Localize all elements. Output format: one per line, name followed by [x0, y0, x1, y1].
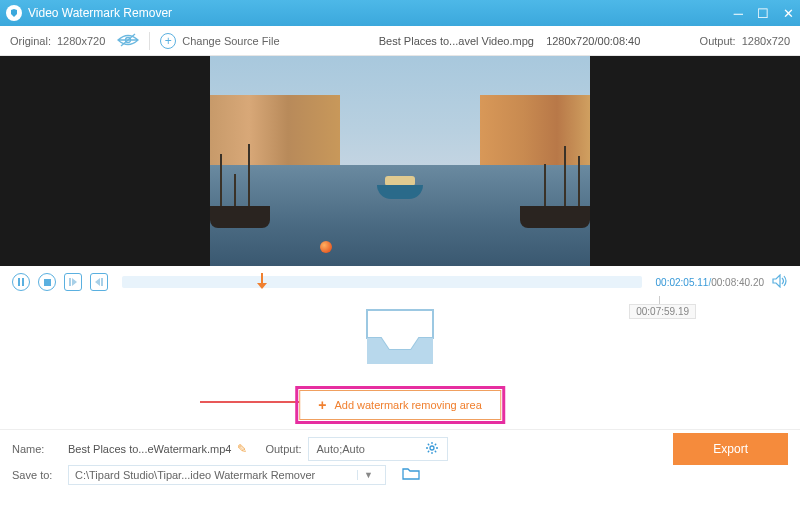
open-folder-icon[interactable]: [402, 467, 420, 483]
time-marker: 00:07:59.19: [629, 304, 696, 319]
minimize-button[interactable]: ─: [734, 6, 743, 21]
saveto-path-input[interactable]: C:\Tipard Studio\Tipar...ideo Watermark …: [68, 465, 386, 485]
output-resolution: Output: 1280x720: [700, 35, 790, 47]
add-watermark-area-button[interactable]: + Add watermark removing area: [299, 390, 501, 420]
chevron-down-icon[interactable]: ▼: [357, 470, 379, 480]
edit-name-icon[interactable]: ✎: [237, 442, 247, 456]
playhead-handle[interactable]: [257, 273, 267, 289]
name-label: Name:: [12, 443, 62, 455]
tray-icon: [361, 308, 439, 368]
gear-icon[interactable]: [425, 441, 439, 457]
svg-rect-5: [69, 278, 71, 286]
pause-button[interactable]: [12, 273, 30, 291]
export-button[interactable]: Export: [673, 433, 788, 465]
footer: Name: Best Places to...eWatermark.mp4 ✎ …: [0, 430, 800, 488]
toolbar: Original: 1280x720 + Change Source File …: [0, 26, 800, 56]
svg-rect-2: [18, 278, 20, 286]
set-end-button[interactable]: [90, 273, 108, 291]
transport-bar: 00:02:05.11/00:08:40.20: [0, 266, 800, 294]
app-title: Video Watermark Remover: [28, 6, 734, 20]
close-button[interactable]: ✕: [783, 6, 794, 21]
app-logo: [6, 5, 22, 21]
svg-rect-4: [44, 279, 51, 286]
titlebar: Video Watermark Remover ─ ☐ ✕: [0, 0, 800, 26]
svg-rect-3: [22, 278, 24, 286]
saveto-label: Save to:: [12, 469, 62, 481]
stop-button[interactable]: [38, 273, 56, 291]
output-name: Best Places to...eWatermark.mp4: [68, 443, 231, 455]
video-preview-area: [0, 56, 800, 266]
timeline-slider[interactable]: [122, 276, 642, 288]
output-format-select[interactable]: Auto;Auto: [308, 437, 448, 461]
change-source-button[interactable]: + Change Source File: [160, 33, 279, 49]
svg-rect-6: [101, 278, 103, 286]
plus-circle-icon: +: [160, 33, 176, 49]
callout-highlight: + Add watermark removing area: [295, 386, 505, 424]
svg-point-8: [430, 446, 434, 450]
watermark-drop-area: 00:07:59.19 + Add watermark removing are…: [0, 294, 800, 430]
preview-toggle-icon[interactable]: [117, 33, 139, 49]
volume-icon[interactable]: [772, 274, 788, 290]
original-resolution: Original: 1280x720: [10, 35, 105, 47]
maximize-button[interactable]: ☐: [757, 6, 769, 21]
set-start-button[interactable]: [64, 273, 82, 291]
plus-icon: +: [318, 397, 326, 413]
file-info: Best Places to...avel Video.mpg 1280x720…: [320, 35, 700, 47]
time-display: 00:02:05.11/00:08:40.20: [656, 277, 764, 288]
video-frame[interactable]: [210, 56, 590, 266]
output-format-label: Output:: [265, 443, 301, 455]
